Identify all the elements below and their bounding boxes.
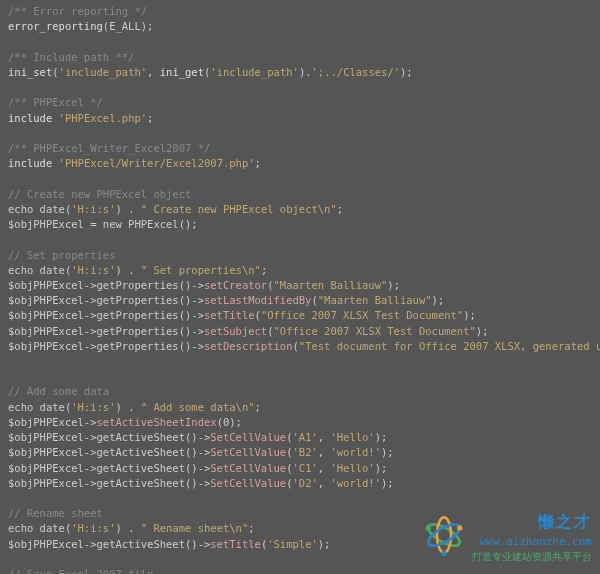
watermark-tagline: 打造专业建站资源共享平台 <box>472 550 592 565</box>
fn: ini_set <box>8 66 52 78</box>
fn: include <box>8 157 52 169</box>
string: 'include_path' <box>59 66 148 78</box>
comment: // Save Excel 2007 file <box>8 568 153 574</box>
watermark-logo-icon <box>422 513 466 561</box>
comment: // Create new PHPExcel object <box>8 188 191 200</box>
comment: // Set properties <box>8 249 115 261</box>
svg-point-5 <box>441 551 446 556</box>
watermark: 懒之才 www.aizhanzhe.com 打造专业建站资源共享平台 <box>422 510 592 564</box>
comment: /** Error reporting */ <box>8 5 147 17</box>
svg-point-4 <box>457 525 462 530</box>
comment: /** PHPExcel */ <box>8 96 103 108</box>
comment: /** PHPExcel_Writer_Excel2007 */ <box>8 142 210 154</box>
fn: include <box>8 112 52 124</box>
comment: // Rename sheet <box>8 507 103 519</box>
fn: ini_get <box>160 66 204 78</box>
svg-point-1 <box>437 517 451 552</box>
watermark-url: www.aizhanzhe.com <box>472 534 592 550</box>
watermark-title: 懒之才 <box>472 510 592 533</box>
svg-point-3 <box>426 525 431 530</box>
comment: /** Include path **/ <box>8 51 134 63</box>
code-block: /** Error reporting */ error_reporting(E… <box>8 4 592 574</box>
comment: // Add some data <box>8 385 109 397</box>
fn: error_reporting <box>8 20 103 32</box>
